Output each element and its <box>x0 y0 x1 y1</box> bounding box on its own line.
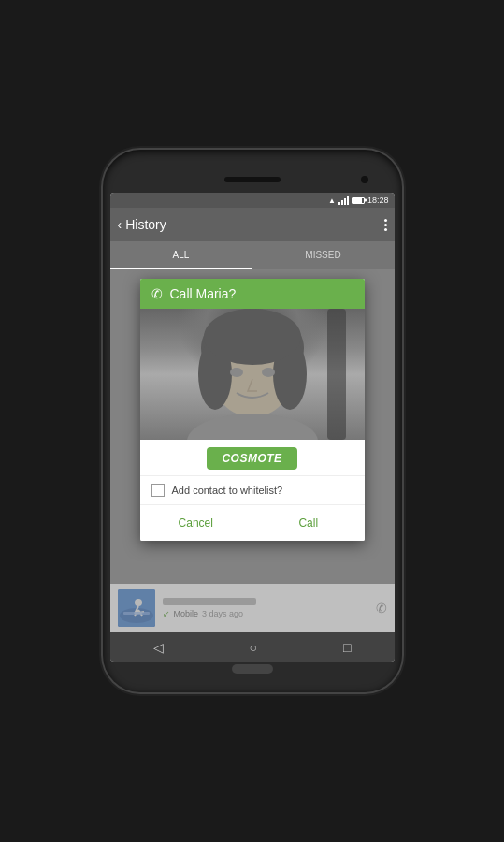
screen-nav-bar: ◁ ○ □ <box>110 632 395 662</box>
back-nav-icon[interactable]: ◁ <box>153 640 164 655</box>
status-icons: ▲ 18:28 <box>328 196 388 205</box>
avatar-svg <box>118 589 155 627</box>
page-title: History <box>125 217 166 232</box>
dot-2 <box>384 224 387 226</box>
whitelist-checkbox[interactable] <box>151 484 165 497</box>
phone-icon: ✆ <box>151 286 163 301</box>
tab-all[interactable]: ALL <box>110 241 252 269</box>
call-time: 3 days ago <box>202 609 243 618</box>
svg-rect-16 <box>123 612 150 615</box>
contact-photo <box>140 309 365 440</box>
tab-bar: ALL MISSED <box>110 241 395 269</box>
tab-missed[interactable]: MISSED <box>252 241 395 269</box>
cosmote-row: COSMOTE <box>140 440 365 476</box>
signal-bar-1 <box>338 202 340 205</box>
home-button[interactable] <box>232 664 273 674</box>
home-nav-icon[interactable]: ○ <box>250 640 257 655</box>
contact-name-blur <box>163 598 256 605</box>
menu-button[interactable] <box>384 219 387 231</box>
phone-frame: ▲ 18:28 ‹ History <box>103 150 402 692</box>
dialog-title: Call Maria? <box>170 286 237 301</box>
phone-top <box>110 167 395 193</box>
svg-point-4 <box>204 309 301 365</box>
signal-bars <box>338 196 349 205</box>
wifi-icon: ▲ <box>328 196 336 205</box>
recents-nav-icon[interactable]: □ <box>343 640 351 655</box>
back-arrow-icon[interactable]: ‹ <box>118 217 122 232</box>
battery-fill <box>353 198 362 203</box>
contact-sub-info: ↙ Mobile 3 days ago <box>163 609 376 618</box>
call-action-icon[interactable]: ✆ <box>376 601 387 616</box>
call-direction-icon: ↙ <box>163 609 170 618</box>
signal-bar-3 <box>344 198 346 205</box>
svg-point-6 <box>187 414 318 440</box>
app-bar: ‹ History <box>110 208 395 241</box>
front-camera <box>361 176 368 183</box>
whitelist-label: Add contact to whitelist? <box>172 485 283 496</box>
call-type: Mobile <box>174 609 199 618</box>
clock: 18:28 <box>367 196 389 205</box>
dot-3 <box>384 228 387 231</box>
svg-point-7 <box>230 368 243 377</box>
list-item: ↙ Mobile 3 days ago ✆ <box>110 584 395 632</box>
call-button[interactable]: Call <box>252 505 365 541</box>
column-decor <box>327 309 346 440</box>
screen: ▲ 18:28 ‹ History <box>110 193 395 662</box>
status-bar: ▲ 18:28 <box>110 193 395 208</box>
cosmote-badge: COSMOTE <box>207 447 296 470</box>
contact-info: ↙ Mobile 3 days ago <box>163 598 376 618</box>
battery-icon <box>352 197 365 204</box>
content-area: ✆ Call Maria? <box>110 269 395 632</box>
signal-bar-4 <box>347 196 349 205</box>
speaker <box>224 177 281 182</box>
svg-point-11 <box>135 599 142 606</box>
dot-1 <box>384 219 387 222</box>
avatar-image <box>118 589 155 627</box>
dialog-title-bar: ✆ Call Maria? <box>140 279 365 309</box>
phone-bottom-bar <box>110 662 395 675</box>
dialog-overlay: ✆ Call Maria? <box>110 269 395 632</box>
whitelist-row: Add contact to whitelist? <box>140 476 365 505</box>
signal-bar-2 <box>341 200 343 205</box>
svg-point-8 <box>262 368 275 377</box>
contact-avatar <box>118 589 155 627</box>
cancel-button[interactable]: Cancel <box>140 505 253 541</box>
dialog-buttons: Cancel Call <box>140 505 365 541</box>
call-dialog: ✆ Call Maria? <box>140 279 365 541</box>
